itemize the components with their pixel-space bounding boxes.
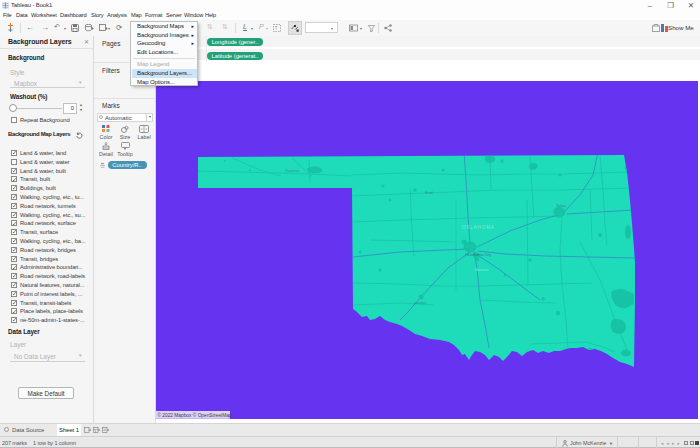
svg-text:Tulsa: Tulsa — [556, 203, 566, 208]
svg-text:Enid: Enid — [425, 191, 433, 195]
svg-text:© 2022 Mapbox © OpenStreetMap: © 2022 Mapbox © OpenStreetMap — [158, 412, 232, 418]
svg-text:Guymon: Guymon — [285, 169, 299, 173]
svg-text:OKLAHOMA: OKLAHOMA — [462, 225, 495, 230]
svg-text:Lawton: Lawton — [414, 301, 426, 305]
svg-text:Norman: Norman — [475, 268, 489, 272]
svg-text:T: T — [275, 25, 278, 31]
svg-text:Oklahoma City: Oklahoma City — [465, 252, 491, 257]
